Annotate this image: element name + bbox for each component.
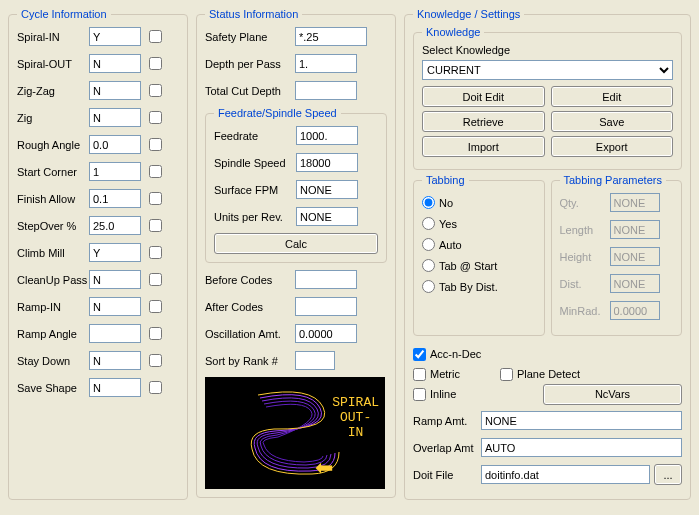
knowledge-legend: Knowledge / Settings — [413, 8, 524, 20]
inline-label: Inline — [430, 388, 456, 400]
ncvars-button[interactable]: NcVars — [543, 384, 682, 405]
acc-n-dec-checkbox[interactable] — [413, 348, 426, 361]
cycle-field-input[interactable] — [89, 54, 141, 73]
cycle-field-checkbox[interactable] — [149, 327, 162, 340]
cycle-field-label: Save Shape — [17, 382, 89, 394]
arrow-icon: ⬅ — [315, 455, 333, 481]
overlap-amt-input[interactable] — [481, 438, 682, 457]
cycle-field-checkbox[interactable] — [149, 273, 162, 286]
length-input — [610, 220, 660, 239]
select-knowledge-label: Select Knowledge — [422, 44, 673, 56]
tab-params-legend: Tabbing Parameters — [560, 174, 666, 186]
oscillation-input[interactable] — [295, 324, 357, 343]
oscillation-label: Oscillation Amt. — [205, 328, 295, 340]
browse-button[interactable]: ... — [654, 464, 682, 485]
cycle-field-input[interactable] — [89, 216, 141, 235]
minrad-label: MinRad. — [560, 305, 610, 317]
dist-label: Dist. — [560, 278, 610, 290]
cycle-field-input[interactable] — [89, 351, 141, 370]
sfpm-label: Surface FPM — [214, 184, 296, 196]
ramp-amt-label: Ramp Amt. — [413, 415, 481, 427]
doit-file-input[interactable] — [481, 465, 650, 484]
after-codes-label: After Codes — [205, 301, 295, 313]
cycle-field-checkbox[interactable] — [149, 30, 162, 43]
cycle-field-input[interactable] — [89, 297, 141, 316]
cycle-field-checkbox[interactable] — [149, 165, 162, 178]
cycle-field-label: CleanUp Pass — [17, 274, 89, 286]
qty-label: Qty. — [560, 197, 610, 209]
after-codes-input[interactable] — [295, 297, 357, 316]
inline-checkbox[interactable] — [413, 388, 426, 401]
before-codes-input[interactable] — [295, 270, 357, 289]
cycle-legend: Cycle Information — [17, 8, 111, 20]
safety-plane-input[interactable] — [295, 27, 367, 46]
metric-checkbox[interactable] — [413, 368, 426, 381]
tabbing-radio[interactable] — [422, 196, 435, 209]
overlap-amt-label: Overlap Amt — [413, 442, 481, 454]
upr-input[interactable] — [296, 207, 358, 226]
import-button[interactable]: Import — [422, 136, 545, 157]
ramp-amt-input[interactable] — [481, 411, 682, 430]
cycle-field-checkbox[interactable] — [149, 192, 162, 205]
cycle-field-input[interactable] — [89, 378, 141, 397]
spindle-label: Spindle Speed — [214, 157, 296, 169]
calc-button[interactable]: Calc — [214, 233, 378, 254]
feedrate-spindle-group: Feedrate/Spindle Speed Feedrate Spindle … — [205, 107, 387, 263]
doit-edit-button[interactable]: Doit Edit — [422, 86, 545, 107]
feedrate-input[interactable] — [296, 126, 358, 145]
cycle-field-input[interactable] — [89, 243, 141, 262]
sfpm-input[interactable] — [296, 180, 358, 199]
cycle-field-input[interactable] — [89, 324, 141, 343]
save-button[interactable]: Save — [551, 111, 674, 132]
cycle-field-label: StepOver % — [17, 220, 89, 232]
cycle-field-checkbox[interactable] — [149, 84, 162, 97]
doit-file-label: Doit File — [413, 469, 481, 481]
spindle-input[interactable] — [296, 153, 358, 172]
height-input — [610, 247, 660, 266]
status-legend: Status Information — [205, 8, 302, 20]
total-cut-input[interactable] — [295, 81, 357, 100]
cycle-field-input[interactable] — [89, 81, 141, 100]
sort-input[interactable] — [295, 351, 335, 370]
cycle-field-input[interactable] — [89, 108, 141, 127]
status-information-group: Status Information Safety Plane Depth pe… — [196, 8, 396, 498]
tabbing-option-label: No — [439, 197, 453, 209]
cycle-field-input[interactable] — [89, 270, 141, 289]
cycle-field-input[interactable] — [89, 162, 141, 181]
tabbing-radio[interactable] — [422, 238, 435, 251]
knowledge-box: Knowledge Select Knowledge CURRENT Doit … — [413, 26, 682, 170]
upr-label: Units per Rev. — [214, 211, 296, 223]
plane-detect-checkbox[interactable] — [500, 368, 513, 381]
tabbing-radio[interactable] — [422, 280, 435, 293]
tabbing-radio[interactable] — [422, 259, 435, 272]
cycle-field-checkbox[interactable] — [149, 354, 162, 367]
cycle-field-checkbox[interactable] — [149, 219, 162, 232]
cycle-field-input[interactable] — [89, 189, 141, 208]
tabbing-parameters-group: Tabbing Parameters Qty. Length Height Di… — [551, 174, 683, 336]
feedrate-label: Feedrate — [214, 130, 296, 142]
tabbing-option-label: Tab @ Start — [439, 260, 497, 272]
spiral-text: SPIRALOUT-IN — [332, 395, 379, 440]
cycle-field-checkbox[interactable] — [149, 381, 162, 394]
knowledge-select[interactable]: CURRENT — [422, 60, 673, 80]
cycle-field-checkbox[interactable] — [149, 138, 162, 151]
export-button[interactable]: Export — [551, 136, 674, 157]
edit-button[interactable]: Edit — [551, 86, 674, 107]
cycle-field-input[interactable] — [89, 27, 141, 46]
cycle-field-checkbox[interactable] — [149, 246, 162, 259]
acc-n-dec-label: Acc-n-Dec — [430, 348, 481, 360]
cycle-field-checkbox[interactable] — [149, 57, 162, 70]
cycle-field-checkbox[interactable] — [149, 111, 162, 124]
knowledge-box-legend: Knowledge — [422, 26, 484, 38]
retrieve-button[interactable]: Retrieve — [422, 111, 545, 132]
cycle-field-checkbox[interactable] — [149, 300, 162, 313]
safety-plane-label: Safety Plane — [205, 31, 295, 43]
depth-per-pass-input[interactable] — [295, 54, 357, 73]
cycle-field-label: Ramp Angle — [17, 328, 89, 340]
tabbing-radio[interactable] — [422, 217, 435, 230]
minrad-input — [610, 301, 660, 320]
cycle-field-label: Zig-Zag — [17, 85, 89, 97]
cycle-field-label: Start Corner — [17, 166, 89, 178]
cycle-field-label: Zig — [17, 112, 89, 124]
cycle-field-input[interactable] — [89, 135, 141, 154]
